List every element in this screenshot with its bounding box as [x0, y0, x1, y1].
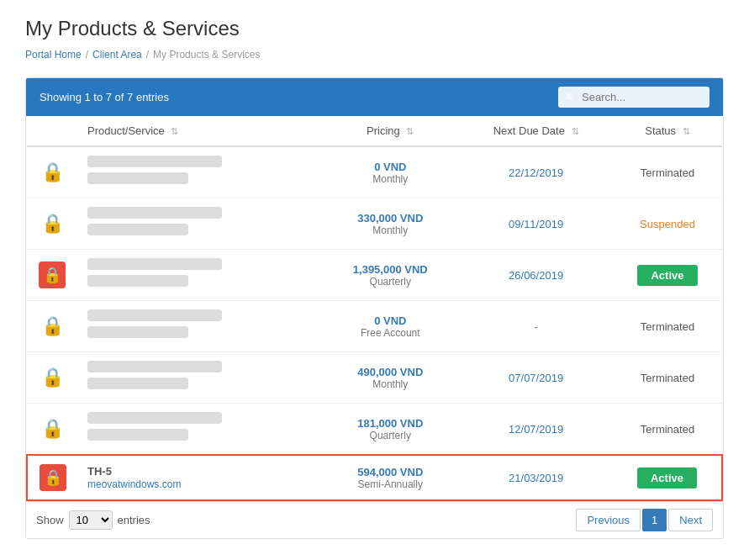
- table-row[interactable]: 🔒 0 VND Monthly 22/12/2019Terminated: [27, 146, 722, 198]
- status-badge: Active: [637, 265, 697, 286]
- row-status-cell: Terminated: [613, 146, 722, 198]
- lock-gray-icon: 🔒: [39, 415, 66, 442]
- row-pricing-cell: 594,000 VND Semi-Annually: [321, 455, 459, 500]
- blurred-product-sub: [87, 378, 188, 389]
- next-button[interactable]: Next: [668, 509, 713, 531]
- lock-gray-icon: 🔒: [39, 364, 66, 391]
- row-icon-cell: 🔒: [27, 455, 77, 500]
- current-page[interactable]: 1: [642, 509, 667, 531]
- col-header-pricing: Pricing ⇅: [321, 116, 459, 146]
- show-entries: Show 10 25 50 100 entries: [36, 510, 150, 530]
- status-badge: Terminated: [641, 372, 694, 384]
- lock-red-icon: 🔒: [39, 262, 66, 288]
- row-product-cell: [77, 301, 321, 352]
- row-product-cell[interactable]: TH-5 meovatwindows.com: [77, 455, 321, 500]
- status-badge: Suspended: [640, 218, 695, 230]
- product-link[interactable]: meovatwindows.com: [87, 478, 181, 490]
- table-header-bar: Showing 1 to 7 of 7 entries: [26, 78, 723, 116]
- price-period: Quarterly: [331, 276, 449, 288]
- blurred-product-name: [87, 361, 222, 372]
- blurred-product-name: [87, 207, 222, 219]
- table-row[interactable]: 🔒 0 VND Free Account -Terminated: [27, 301, 722, 352]
- col-header-status: Status ⇅: [613, 116, 722, 146]
- row-icon-cell: 🔒: [27, 146, 77, 198]
- status-badge: Terminated: [641, 423, 694, 436]
- price-amount: 1,395,000 VND: [331, 263, 449, 276]
- show-label: Show: [36, 514, 64, 526]
- row-icon-cell: 🔒: [27, 404, 77, 456]
- lock-gray-icon: 🔒: [39, 159, 66, 186]
- row-pricing-cell: 0 VND Monthly: [321, 146, 459, 198]
- blurred-product-sub: [87, 275, 188, 287]
- blurred-product-name: [87, 412, 222, 424]
- due-date-sort-icon[interactable]: ⇅: [572, 126, 579, 136]
- price-period: Monthly: [331, 225, 449, 236]
- row-status-cell: Active: [613, 455, 722, 500]
- table-header-row: Product/Service ⇅ Pricing ⇅ Next Due Dat…: [27, 116, 722, 146]
- due-date: 09/11/2019: [509, 218, 563, 230]
- product-sort-icon[interactable]: ⇅: [171, 126, 178, 136]
- product-name: TH-5: [87, 465, 311, 478]
- price-amount: 0 VND: [331, 161, 449, 173]
- price-period: Monthly: [331, 378, 449, 390]
- page-title: My Products & Services: [25, 17, 724, 40]
- due-date: 07/07/2019: [509, 372, 563, 384]
- col-header-due-date: Next Due Date ⇅: [459, 116, 613, 146]
- lock-gray-icon: 🔒: [39, 313, 66, 340]
- row-icon-cell: 🔒: [27, 250, 77, 301]
- row-pricing-cell: 490,000 VND Monthly: [321, 352, 459, 404]
- date-dash: -: [534, 320, 537, 333]
- price-amount: 181,000 VND: [331, 417, 449, 430]
- row-date-cell: 22/12/2019: [459, 146, 613, 198]
- row-date-cell: -: [459, 301, 613, 352]
- row-product-cell: [77, 198, 321, 250]
- search-input[interactable]: [558, 87, 709, 108]
- breadcrumb-client-area[interactable]: Client Area: [92, 49, 142, 61]
- lock-red-icon: 🔒: [40, 464, 66, 491]
- previous-button[interactable]: Previous: [576, 509, 641, 531]
- row-status-cell: Active: [613, 250, 722, 301]
- row-status-cell: Terminated: [613, 301, 722, 352]
- row-pricing-cell: 1,395,000 VND Quarterly: [321, 250, 459, 301]
- pricing-sort-icon[interactable]: ⇅: [406, 126, 414, 136]
- row-date-cell: 09/11/2019: [459, 198, 613, 250]
- due-date: 22/12/2019: [509, 166, 563, 179]
- breadcrumb-portal-home[interactable]: Portal Home: [25, 49, 82, 61]
- status-badge: Active: [637, 468, 697, 489]
- row-icon-cell: 🔒: [27, 352, 77, 404]
- col-header-product: Product/Service ⇅: [77, 116, 321, 146]
- row-icon-cell: 🔒: [27, 301, 77, 352]
- price-amount: 594,000 VND: [331, 466, 449, 478]
- row-date-cell: 21/03/2019: [459, 455, 613, 500]
- blurred-product-name: [87, 156, 222, 167]
- row-product-cell: [77, 146, 321, 198]
- due-date: 21/03/2019: [509, 472, 563, 484]
- row-status-cell: Suspended: [613, 198, 722, 250]
- status-badge: Terminated: [641, 320, 694, 333]
- row-status-cell: Terminated: [613, 404, 722, 456]
- row-pricing-cell: 0 VND Free Account: [321, 301, 459, 352]
- table-row[interactable]: 🔒 181,000 VND Quarterly 12/07/2019Termin…: [27, 404, 722, 456]
- products-table: Product/Service ⇅ Pricing ⇅ Next Due Dat…: [26, 116, 723, 501]
- table-row[interactable]: 🔒 1,395,000 VND Quarterly 26/06/2019Acti…: [27, 250, 722, 301]
- lock-gray-icon: 🔒: [39, 210, 66, 237]
- blurred-product-name: [87, 258, 222, 270]
- status-sort-icon[interactable]: ⇅: [683, 126, 690, 136]
- row-product-cell: [77, 404, 321, 456]
- table-row[interactable]: 🔒 330,000 VND Monthly 09/11/2019Suspende…: [27, 198, 722, 250]
- entries-select[interactable]: 10 25 50 100: [69, 510, 113, 530]
- products-table-container: Showing 1 to 7 of 7 entries Product/Serv…: [25, 77, 724, 539]
- col-header-icon: [27, 116, 77, 146]
- search-wrapper: [558, 87, 709, 108]
- price-period: Free Account: [331, 327, 449, 339]
- blurred-product-name: [87, 309, 222, 321]
- row-icon-cell: 🔒: [27, 198, 77, 250]
- blurred-product-sub: [87, 224, 188, 235]
- blurred-product-sub: [87, 172, 188, 184]
- table-row[interactable]: 🔒 490,000 VND Monthly 07/07/2019Terminat…: [27, 352, 722, 404]
- due-date: 12/07/2019: [509, 423, 563, 436]
- blurred-product-sub: [87, 429, 188, 441]
- table-row[interactable]: 🔒 TH-5 meovatwindows.com 594,000 VND Sem…: [27, 455, 722, 500]
- price-period: Monthly: [331, 173, 449, 185]
- breadcrumb-current: My Products & Services: [153, 49, 260, 61]
